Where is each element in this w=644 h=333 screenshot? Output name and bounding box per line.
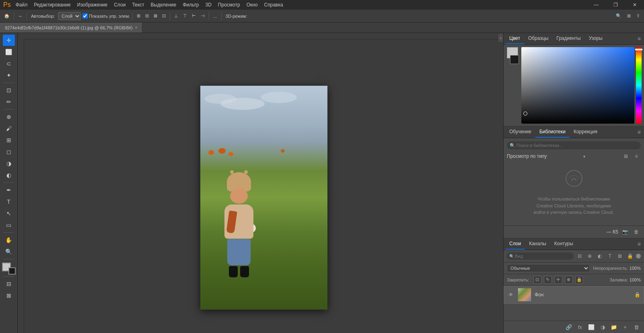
hand-tool[interactable]: ✋ <box>3 234 15 246</box>
layer-text-filter[interactable]: T <box>606 252 614 261</box>
menu-image[interactable]: Изображение <box>74 1 111 8</box>
tab-channels[interactable]: Каналы <box>525 238 550 250</box>
lock-transparent-button[interactable]: ⊡ <box>533 276 541 284</box>
lock-artboard-button[interactable]: ⊕ <box>565 276 573 284</box>
selection-tool[interactable]: ⬜ <box>3 46 15 58</box>
zoom-tool[interactable]: 🔍 <box>3 246 15 257</box>
menu-layers[interactable]: Слои <box>111 1 129 8</box>
transform-btn[interactable]: ⊠ <box>3 290 15 301</box>
menu-window[interactable]: Окно <box>243 1 261 8</box>
align-center-button[interactable]: ⊟ <box>144 11 150 21</box>
move-tool[interactable]: ✛ <box>3 35 15 46</box>
eyedropper-tool[interactable]: ✏ <box>3 96 15 108</box>
gradient-tool[interactable]: ◑ <box>3 158 15 169</box>
brush-tool[interactable]: 🖌 <box>3 123 15 134</box>
menu-3d[interactable]: 3D <box>202 1 215 8</box>
search-button-top[interactable]: 🔍 <box>614 11 623 21</box>
layer-mask-button[interactable]: ⬜ <box>587 323 596 331</box>
tab-paths[interactable]: Контуры <box>550 238 577 250</box>
lock-all-button[interactable]: 🔒 <box>575 276 583 284</box>
align-right-button[interactable]: ⊠ <box>152 11 159 21</box>
layer-adjust-filter[interactable]: ◐ <box>595 252 604 261</box>
canvas-background[interactable] <box>24 39 503 333</box>
show-controls-checkbox[interactable] <box>82 13 88 19</box>
tab-learning[interactable]: Обучение <box>505 126 535 138</box>
close-button[interactable]: ✕ <box>625 0 644 10</box>
fill-value[interactable]: 100% <box>630 277 641 282</box>
layer-adjustment-button[interactable]: ◑ <box>598 323 607 331</box>
libraries-camera-icon[interactable]: 📷 <box>621 228 630 236</box>
home-button[interactable]: 🏠 <box>2 11 11 21</box>
layers-search-input[interactable] <box>507 252 574 260</box>
eraser-tool[interactable]: ◻ <box>3 146 15 157</box>
show-controls-option[interactable]: Показать упр. элем. <box>82 13 130 19</box>
heal-tool[interactable]: ⊕ <box>3 111 15 122</box>
autoselect-dropdown[interactable]: Слой <box>58 12 81 20</box>
background-color[interactable] <box>8 267 16 275</box>
document-tab-close[interactable]: × <box>135 25 138 30</box>
lock-pixels-button[interactable]: ✎ <box>544 276 552 284</box>
layers-panel-menu[interactable]: ≡ <box>636 240 642 248</box>
layer-type-filter[interactable]: ⊟ <box>575 252 584 261</box>
share-button[interactable]: ⇧ <box>635 11 642 21</box>
crop-tool[interactable]: ⊡ <box>3 85 15 96</box>
path-select-tool[interactable]: ↖ <box>3 208 15 219</box>
tab-color[interactable]: Цвет <box>505 33 524 44</box>
menu-filter[interactable]: Фильтр <box>179 1 202 8</box>
tab-gradients[interactable]: Градиенты <box>552 33 584 44</box>
maximize-button[interactable]: ❐ <box>606 0 625 10</box>
menu-file[interactable]: Файл <box>12 1 31 8</box>
menu-view[interactable]: Просмотр <box>215 1 243 8</box>
move-tool-options[interactable]: ↔ <box>16 11 24 21</box>
hue-slider-strip[interactable] <box>636 47 642 124</box>
more-options-button[interactable]: ... <box>212 11 218 21</box>
lasso-tool[interactable]: ⊂ <box>3 58 15 69</box>
layer-new-button[interactable]: + <box>621 323 630 331</box>
menu-select[interactable]: Выделение <box>148 1 180 8</box>
grid-view-button[interactable]: ⊞ <box>621 152 630 161</box>
menu-edit[interactable]: Редактирование <box>31 1 74 8</box>
distribute-2-button[interactable]: ⊤ <box>181 11 189 21</box>
shape-tool[interactable]: ▭ <box>3 219 15 231</box>
align-left-button[interactable]: ⊞ <box>135 11 142 21</box>
view-by-type-chevron[interactable]: ▾ <box>583 154 585 159</box>
fg-bg-colors[interactable] <box>2 263 16 275</box>
view-by-type-label[interactable]: Просмотр по типу <box>507 153 547 159</box>
magic-wand-tool[interactable]: ✦ <box>3 70 15 81</box>
color-panel-menu[interactable]: ≡ <box>636 35 642 43</box>
tab-patterns[interactable]: Узоры <box>585 33 607 44</box>
lock-position-button[interactable]: ✛ <box>554 276 562 284</box>
color-picker-gradient[interactable] <box>521 47 634 124</box>
layer-fx-filter[interactable]: ⊕ <box>585 252 594 261</box>
layer-smart-filter[interactable]: ⊠ <box>616 252 624 261</box>
dodge-tool[interactable]: ◐ <box>3 170 15 181</box>
distribute-1-button[interactable]: ⊥ <box>173 11 180 21</box>
right-panel-collapse[interactable]: « <box>498 33 503 43</box>
clone-tool[interactable]: ⊞ <box>3 134 15 146</box>
layer-delete-button[interactable]: 🗑 <box>632 323 641 331</box>
3d-mode-button[interactable]: 3D-режим: <box>224 11 249 21</box>
pen-tool[interactable]: ✒ <box>3 184 15 196</box>
type-tool[interactable]: T <box>3 196 15 207</box>
align-top-button[interactable]: ⊡ <box>160 11 167 21</box>
libraries-panel-menu[interactable]: ≡ <box>636 128 642 136</box>
tab-adjustments[interactable]: Коррекция <box>570 126 601 138</box>
layer-group-button[interactable]: 📁 <box>609 323 618 331</box>
libraries-search-input[interactable] <box>507 141 641 149</box>
layer-filter-toggle[interactable] <box>636 254 641 259</box>
background-swatch[interactable] <box>510 55 519 64</box>
layer-color-filter[interactable]: 🔒 <box>626 252 634 261</box>
tab-layers[interactable]: Слои <box>505 238 525 250</box>
tab-swatches[interactable]: Образцы <box>524 33 552 44</box>
layer-visibility-icon[interactable]: 👁 <box>507 291 514 298</box>
list-view-button[interactable]: ≡ <box>632 152 641 161</box>
arrange-button[interactable]: ⊞ <box>625 11 632 21</box>
screen-mode-btn[interactable]: ⊟ <box>3 278 15 290</box>
menu-text[interactable]: Текст <box>129 1 147 8</box>
menu-help[interactable]: Справка <box>261 1 286 8</box>
layers-blend-mode-select[interactable]: Обычные <box>507 264 590 272</box>
document-tab[interactable]: 9274e4df2cfb7d9a1f48871b30c1b6d8 (1).jpg… <box>0 23 142 33</box>
distribute-4-button[interactable]: ⊣ <box>199 11 206 21</box>
opacity-value[interactable]: 100% <box>630 266 641 271</box>
layer-link-button[interactable]: 🔗 <box>564 323 573 331</box>
